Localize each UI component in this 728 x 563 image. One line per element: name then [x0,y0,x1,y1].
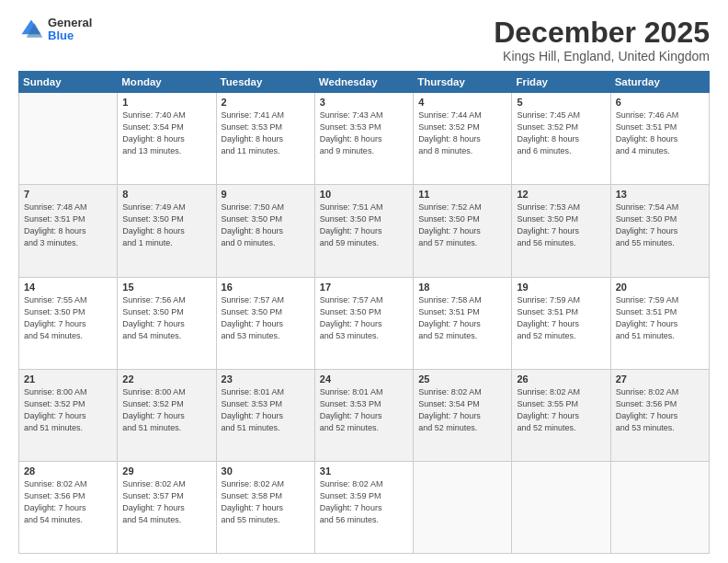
col-saturday: Saturday [610,72,709,93]
logo: General Blue [18,17,92,43]
table-row: 8Sunrise: 7:49 AM Sunset: 3:50 PM Daylig… [118,185,216,277]
table-row [19,93,118,185]
day-number: 3 [320,97,408,108]
table-row: 29Sunrise: 8:02 AM Sunset: 3:57 PM Dayli… [118,461,216,553]
day-info: Sunrise: 8:02 AM Sunset: 3:56 PM Dayligh… [616,386,704,434]
logo-icon [18,17,44,42]
day-info: Sunrise: 8:01 AM Sunset: 3:53 PM Dayligh… [320,386,408,434]
day-number: 29 [122,465,210,477]
table-row: 3Sunrise: 7:43 AM Sunset: 3:53 PM Daylig… [314,93,413,185]
day-info: Sunrise: 7:45 AM Sunset: 3:52 PM Dayligh… [517,109,605,157]
day-number: 11 [418,189,506,200]
table-row: 19Sunrise: 7:59 AM Sunset: 3:51 PM Dayli… [512,277,610,369]
header: General Blue December 2025 Kings Hill, E… [18,17,710,63]
day-number: 28 [24,465,112,477]
table-row [512,461,610,553]
calendar-week-row: 21Sunrise: 8:00 AM Sunset: 3:52 PM Dayli… [19,369,710,461]
day-info: Sunrise: 7:49 AM Sunset: 3:50 PM Dayligh… [122,201,210,249]
day-number: 17 [320,282,408,293]
day-info: Sunrise: 8:02 AM Sunset: 3:55 PM Dayligh… [517,386,605,434]
table-row: 6Sunrise: 7:46 AM Sunset: 3:51 PM Daylig… [610,93,709,185]
day-number: 30 [222,465,310,477]
col-thursday: Thursday [414,72,512,93]
table-row: 31Sunrise: 8:02 AM Sunset: 3:59 PM Dayli… [314,461,413,553]
table-row: 30Sunrise: 8:02 AM Sunset: 3:58 PM Dayli… [216,461,314,553]
calendar-week-row: 14Sunrise: 7:55 AM Sunset: 3:50 PM Dayli… [19,277,710,369]
day-info: Sunrise: 7:41 AM Sunset: 3:53 PM Dayligh… [222,109,310,157]
day-info: Sunrise: 7:48 AM Sunset: 3:51 PM Dayligh… [24,201,112,249]
logo-blue: Blue [48,29,92,42]
day-info: Sunrise: 7:58 AM Sunset: 3:51 PM Dayligh… [418,294,506,342]
day-info: Sunrise: 8:01 AM Sunset: 3:53 PM Dayligh… [222,386,310,434]
day-number: 6 [616,97,704,108]
day-info: Sunrise: 7:54 AM Sunset: 3:50 PM Dayligh… [616,201,704,249]
table-row: 15Sunrise: 7:56 AM Sunset: 3:50 PM Dayli… [118,277,216,369]
day-number: 27 [616,373,704,385]
table-row [414,461,512,553]
day-number: 13 [616,189,704,200]
day-info: Sunrise: 8:02 AM Sunset: 3:57 PM Dayligh… [122,478,210,526]
col-friday: Friday [512,72,610,93]
day-info: Sunrise: 7:57 AM Sunset: 3:50 PM Dayligh… [222,294,310,342]
calendar-table: Sunday Monday Tuesday Wednesday Thursday… [18,71,710,554]
col-sunday: Sunday [19,72,118,93]
table-row: 20Sunrise: 7:59 AM Sunset: 3:51 PM Dayli… [610,277,709,369]
day-number: 22 [122,373,210,385]
day-number: 8 [122,189,210,200]
day-info: Sunrise: 8:02 AM Sunset: 3:59 PM Dayligh… [320,478,408,526]
day-number: 10 [320,189,408,200]
table-row: 26Sunrise: 8:02 AM Sunset: 3:55 PM Dayli… [512,369,610,461]
day-info: Sunrise: 7:44 AM Sunset: 3:52 PM Dayligh… [418,109,506,157]
day-info: Sunrise: 7:56 AM Sunset: 3:50 PM Dayligh… [122,294,210,342]
table-row: 22Sunrise: 8:00 AM Sunset: 3:52 PM Dayli… [118,369,216,461]
page: General Blue December 2025 Kings Hill, E… [0,0,728,563]
day-number: 16 [222,282,310,293]
day-number: 31 [320,465,408,477]
location: Kings Hill, England, United Kingdom [494,49,710,63]
day-number: 15 [122,282,210,293]
table-row: 16Sunrise: 7:57 AM Sunset: 3:50 PM Dayli… [216,277,314,369]
col-tuesday: Tuesday [216,72,314,93]
calendar-header-row: Sunday Monday Tuesday Wednesday Thursday… [19,72,710,93]
day-number: 23 [222,373,310,385]
day-number: 12 [517,189,605,200]
table-row: 2Sunrise: 7:41 AM Sunset: 3:53 PM Daylig… [216,93,314,185]
logo-general: General [48,17,92,29]
day-number: 20 [616,282,704,293]
table-row: 14Sunrise: 7:55 AM Sunset: 3:50 PM Dayli… [19,277,118,369]
calendar-week-row: 7Sunrise: 7:48 AM Sunset: 3:51 PM Daylig… [19,185,710,277]
table-row: 13Sunrise: 7:54 AM Sunset: 3:50 PM Dayli… [610,185,709,277]
table-row: 5Sunrise: 7:45 AM Sunset: 3:52 PM Daylig… [512,93,610,185]
day-number: 14 [24,282,112,293]
table-row: 12Sunrise: 7:53 AM Sunset: 3:50 PM Dayli… [512,185,610,277]
day-info: Sunrise: 7:40 AM Sunset: 3:54 PM Dayligh… [122,109,210,157]
day-info: Sunrise: 7:52 AM Sunset: 3:50 PM Dayligh… [418,201,506,249]
day-number: 24 [320,373,408,385]
day-number: 7 [24,189,112,200]
table-row: 24Sunrise: 8:01 AM Sunset: 3:53 PM Dayli… [314,369,413,461]
day-info: Sunrise: 7:59 AM Sunset: 3:51 PM Dayligh… [616,294,704,342]
day-number: 18 [418,282,506,293]
day-number: 26 [517,373,605,385]
table-row: 10Sunrise: 7:51 AM Sunset: 3:50 PM Dayli… [314,185,413,277]
table-row: 28Sunrise: 8:02 AM Sunset: 3:56 PM Dayli… [19,461,118,553]
day-info: Sunrise: 8:02 AM Sunset: 3:54 PM Dayligh… [418,386,506,434]
table-row: 25Sunrise: 8:02 AM Sunset: 3:54 PM Dayli… [414,369,512,461]
day-info: Sunrise: 8:02 AM Sunset: 3:56 PM Dayligh… [24,478,112,526]
day-info: Sunrise: 7:51 AM Sunset: 3:50 PM Dayligh… [320,201,408,249]
day-info: Sunrise: 7:53 AM Sunset: 3:50 PM Dayligh… [517,201,605,249]
col-monday: Monday [118,72,216,93]
table-row: 11Sunrise: 7:52 AM Sunset: 3:50 PM Dayli… [414,185,512,277]
calendar-week-row: 1Sunrise: 7:40 AM Sunset: 3:54 PM Daylig… [19,93,710,185]
table-row: 7Sunrise: 7:48 AM Sunset: 3:51 PM Daylig… [19,185,118,277]
table-row: 23Sunrise: 8:01 AM Sunset: 3:53 PM Dayli… [216,369,314,461]
logo-text: General Blue [48,17,92,43]
table-row: 1Sunrise: 7:40 AM Sunset: 3:54 PM Daylig… [118,93,216,185]
col-wednesday: Wednesday [314,72,413,93]
day-number: 2 [222,97,310,108]
calendar-week-row: 28Sunrise: 8:02 AM Sunset: 3:56 PM Dayli… [19,461,710,553]
day-number: 4 [418,97,506,108]
day-number: 5 [517,97,605,108]
table-row: 21Sunrise: 8:00 AM Sunset: 3:52 PM Dayli… [19,369,118,461]
table-row: 9Sunrise: 7:50 AM Sunset: 3:50 PM Daylig… [216,185,314,277]
